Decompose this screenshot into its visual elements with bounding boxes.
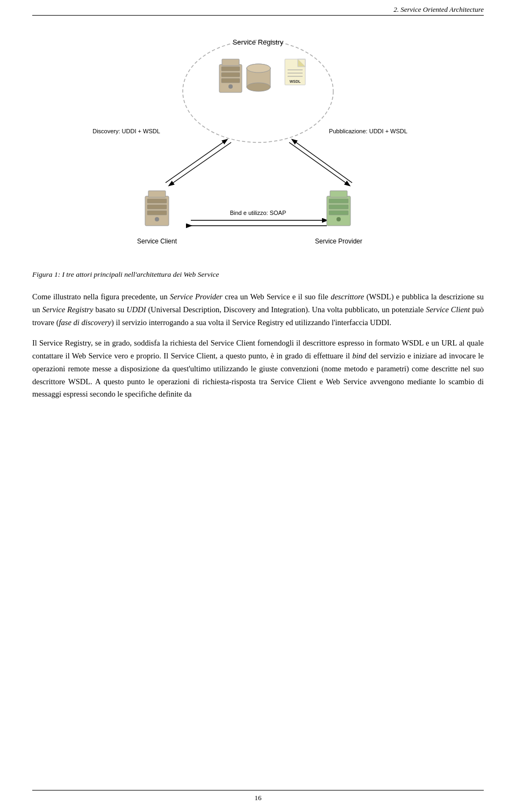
svg-rect-3 <box>221 67 240 71</box>
svg-text:Service Client: Service Client <box>137 238 177 245</box>
diagram-container: Service Registry <box>75 30 441 261</box>
svg-line-21 <box>166 140 227 183</box>
svg-rect-40 <box>330 191 347 197</box>
architecture-diagram: Service Registry <box>75 30 441 261</box>
svg-rect-33 <box>148 191 166 197</box>
svg-rect-36 <box>329 199 348 203</box>
svg-text:Service Provider: Service Provider <box>315 238 362 245</box>
paragraph-2: Il Service Registry, se in grado, soddis… <box>32 337 484 401</box>
svg-rect-5 <box>221 78 240 83</box>
figure-area: Service Registry <box>32 30 484 279</box>
svg-rect-30 <box>147 205 167 209</box>
header-rule <box>32 15 484 16</box>
svg-rect-31 <box>147 211 167 215</box>
svg-text:WSDL: WSDL <box>290 80 301 83</box>
svg-point-10 <box>247 83 270 91</box>
svg-rect-4 <box>221 73 240 77</box>
svg-line-23 <box>289 142 349 185</box>
svg-line-20 <box>169 142 231 185</box>
page-container: 2. Service Oriented Architecture Service… <box>0 0 516 812</box>
svg-rect-29 <box>147 199 167 203</box>
header-title: 2. Service Oriented Architecture <box>393 5 484 14</box>
svg-point-11 <box>247 64 270 73</box>
svg-text:Pubblicazione: UDDI + WSDL: Pubblicazione: UDDI + WSDL <box>329 128 407 134</box>
svg-line-24 <box>292 140 352 183</box>
svg-text:Discovery: UDDI + WSDL: Discovery: UDDI + WSDL <box>92 128 160 134</box>
body-text: Come illustrato nella figura precedente,… <box>32 291 484 401</box>
figure-caption: Figura 1: I tre attori principali nell'a… <box>32 270 484 279</box>
svg-rect-37 <box>329 205 348 209</box>
svg-text:Bind e utilizzo: SOAP: Bind e utilizzo: SOAP <box>230 210 286 216</box>
footer-rule <box>32 790 484 791</box>
paragraph-1: Come illustrato nella figura precedente,… <box>32 291 484 329</box>
content-area: Service Registry <box>32 24 484 791</box>
svg-point-32 <box>155 217 159 221</box>
footer-page-number: 16 <box>0 794 516 802</box>
svg-rect-7 <box>222 59 239 66</box>
svg-text:Service Registry: Service Registry <box>233 38 284 46</box>
svg-rect-38 <box>329 211 348 215</box>
svg-point-39 <box>336 217 341 221</box>
svg-point-6 <box>228 84 233 89</box>
